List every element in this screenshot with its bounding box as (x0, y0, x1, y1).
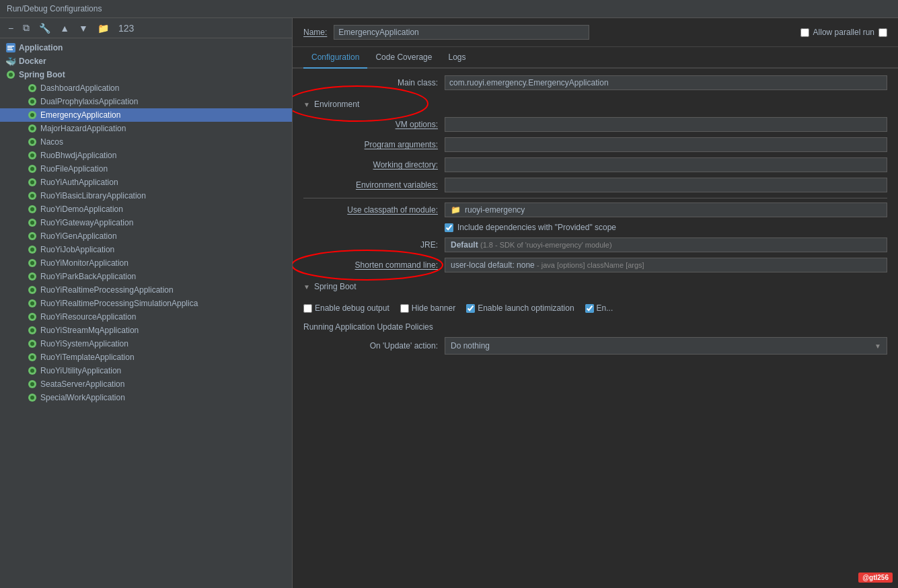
springboot-item-label: RuoYiJobApplication (40, 245, 114, 254)
springboot-item-label: RuoYiResourceApplication (40, 312, 136, 322)
tab-logs[interactable]: Logs (440, 47, 474, 67)
svg-point-5 (9, 73, 13, 77)
svg-point-31 (30, 248, 34, 252)
spring-boot-options: Enable debug output Hide banner Enable l… (303, 299, 887, 317)
springboot-item[interactable]: RuoYiAuthApplication (0, 176, 292, 189)
spring-boot-section-header[interactable]: ▼ Spring Boot (303, 278, 887, 295)
category-application[interactable]: Application (0, 41, 292, 54)
svg-point-21 (30, 180, 34, 184)
hide-banner-checkbox[interactable] (400, 304, 409, 313)
springboot-item-icon (27, 311, 38, 322)
jre-dropdown[interactable]: Default (1.8 - SDK of 'ruoyi-emergency' … (445, 237, 887, 252)
springboot-item-icon (27, 150, 38, 161)
jre-label: JRE: (303, 240, 438, 250)
springboot-item[interactable]: RuoYiBasicLibraryApplication (0, 189, 292, 203)
springboot-item[interactable]: RuoYiRealtimeProcessingSimulationApplica (0, 297, 292, 310)
jre-value: Default (1.8 - SDK of 'ruoyi-emergency' … (451, 240, 612, 250)
springboot-item-icon (27, 96, 38, 107)
classpath-module-row: Use classpath of module: 📁 ruoyi-emergen… (303, 203, 887, 217)
on-update-dropdown[interactable]: Do nothing ▼ (445, 337, 887, 355)
name-label: Name: (303, 28, 327, 37)
springboot-item[interactable]: RuoBhwdjApplication (0, 149, 292, 162)
springboot-item-icon (27, 365, 38, 376)
shorten-command-dropdown[interactable]: user-local default: none - java [options… (445, 258, 887, 272)
spring-boot-section-title: Spring Boot (314, 282, 357, 291)
springboot-item-icon (27, 110, 38, 120)
move-up-button[interactable]: ▲ (57, 22, 72, 35)
name-row: Name: Allow parallel run (293, 18, 898, 47)
extra-checkbox[interactable] (878, 28, 887, 37)
springboot-item[interactable]: RuoYiGenApplication (0, 229, 292, 243)
springboot-item[interactable]: DashboardApplication (0, 81, 292, 95)
launch-optimization-checkbox[interactable] (466, 304, 475, 313)
springboot-item[interactable]: SpecialWorkApplication (0, 391, 292, 404)
main-class-input[interactable] (445, 75, 887, 90)
svg-point-53 (30, 396, 34, 400)
env-variables-input[interactable] (445, 178, 887, 192)
springboot-item[interactable]: MajorHazardApplication (0, 122, 292, 135)
springboot-item-label: RuoYiParkBackApplication (40, 272, 136, 281)
main-container: − ⧉ 🔧 ▲ ▼ 📁 123 Application (0, 18, 898, 588)
springboot-item-icon (27, 352, 38, 363)
springboot-item[interactable]: RuoYiResourceApplication (0, 310, 292, 324)
springboot-item[interactable]: EmergencyApplication (0, 108, 292, 122)
title-text: Run/Debug Configurations (7, 4, 102, 13)
name-input[interactable] (334, 25, 589, 40)
copy-button[interactable]: ⧉ (20, 21, 32, 35)
tab-code-coverage[interactable]: Code Coverage (367, 47, 440, 67)
spring-boot-arrow: ▼ (303, 283, 310, 291)
springboot-item[interactable]: RuoYiParkBackApplication (0, 270, 292, 283)
shorten-command-label: Shorten command line: (303, 260, 438, 270)
move-down-button[interactable]: ▼ (76, 22, 91, 35)
include-provided-row: Include dependencies with "Provided" sco… (303, 223, 887, 232)
program-arguments-input[interactable] (445, 137, 887, 152)
settings-button[interactable]: 🔧 (36, 22, 53, 35)
allow-parallel-run-checkbox[interactable] (800, 28, 809, 37)
springboot-item-icon (27, 338, 38, 349)
springboot-item-label: DashboardApplication (40, 83, 119, 93)
springboot-item-label: EmergencyApplication (40, 110, 120, 120)
folder-button[interactable]: 📁 (95, 22, 112, 35)
springboot-item[interactable]: RuoYiSystemApplication (0, 337, 292, 351)
policies-title: Running Application Update Policies (303, 322, 887, 332)
springboot-item[interactable]: RuoYiGatewayApplication (0, 216, 292, 229)
working-directory-label: Working directory: (303, 160, 438, 170)
svg-point-45 (30, 342, 34, 346)
springboot-item[interactable]: RuoYiJobApplication (0, 243, 292, 256)
extra-checkbox-2[interactable] (585, 304, 594, 313)
sort-button[interactable]: 123 (116, 22, 137, 35)
on-update-row: On 'Update' action: Do nothing ▼ (303, 337, 887, 355)
springboot-item-icon (27, 392, 38, 403)
debug-output-checkbox[interactable] (303, 304, 312, 313)
vm-options-input[interactable] (445, 117, 887, 132)
include-provided-checkbox[interactable] (445, 223, 453, 232)
svg-point-11 (30, 113, 34, 117)
hide-banner-option: Hide banner (400, 303, 455, 313)
tab-configuration[interactable]: Configuration (303, 47, 367, 67)
springboot-item[interactable]: RuoYiRealtimeProcessingApplication (0, 283, 292, 297)
working-directory-input[interactable] (445, 157, 887, 172)
springboot-item[interactable]: RuoYiMonitorApplication (0, 256, 292, 270)
springboot-item[interactable]: SeataServerApplication (0, 377, 292, 391)
environment-section-header[interactable]: ▼ Environment (303, 96, 887, 113)
springboot-icon (5, 69, 16, 80)
springboot-item-label: RuoYiMonitorApplication (40, 258, 128, 268)
springboot-item[interactable]: Nacos (0, 135, 292, 149)
extra-option: En... (585, 303, 613, 313)
category-docker[interactable]: 🐳 Docker (0, 54, 292, 68)
category-springboot[interactable]: Spring Boot (0, 68, 292, 81)
remove-button[interactable]: − (5, 22, 16, 35)
springboot-item[interactable]: RuoYiUtilityApplication (0, 364, 292, 377)
springboot-item-label: SpecialWorkApplication (40, 393, 125, 402)
springboot-item[interactable]: RuoYiTemplateApplication (0, 351, 292, 364)
classpath-module-value: ruoyi-emergency (465, 205, 525, 215)
springboot-item[interactable]: RuoYiDemoApplication (0, 203, 292, 216)
right-panel: Name: Allow parallel run Configuration C… (293, 18, 898, 588)
category-docker-label: Docker (19, 57, 46, 66)
springboot-item-icon (27, 298, 38, 309)
springboot-item[interactable]: RuoFileApplication (0, 162, 292, 176)
springboot-item[interactable]: RuoYiStreamMqApplication (0, 324, 292, 337)
classpath-module-dropdown[interactable]: 📁 ruoyi-emergency (445, 203, 887, 217)
springboot-item[interactable]: DualProphylaxisApplication (0, 95, 292, 108)
springboot-item-icon (27, 271, 38, 282)
